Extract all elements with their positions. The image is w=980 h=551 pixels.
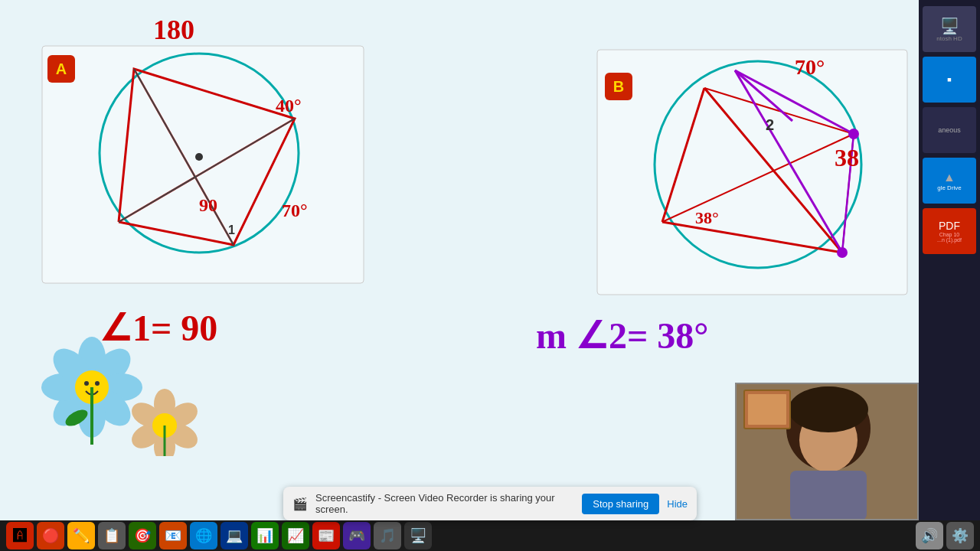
taskbar-icon-12[interactable]: 🎮: [343, 522, 371, 549]
svg-point-19: [848, 129, 859, 139]
svg-point-31: [95, 381, 100, 386]
annotation-70-right: 70°: [795, 55, 825, 80]
label-a: A: [47, 55, 75, 83]
taskbar-icon-10[interactable]: 📈: [282, 522, 309, 549]
svg-point-6: [195, 153, 203, 161]
taskbar-icon-13[interactable]: 🎵: [374, 522, 401, 549]
svg-rect-7: [597, 50, 907, 295]
taskbar-icon-5[interactable]: 🎯: [129, 522, 156, 549]
annotation-38-right: 38: [835, 144, 859, 172]
svg-point-45: [789, 386, 868, 432]
annotation-38-deg: 38°: [695, 208, 719, 228]
notification-bar: 🎬 Screencastify - Screen Video Recorder …: [283, 487, 697, 520]
label-b: B: [605, 73, 632, 100]
annotation-180: 180: [153, 14, 194, 46]
notification-icon: 🎬: [292, 497, 308, 511]
sidebar-monitor: 🖥️ ntosh HD: [923, 6, 976, 52]
taskbar-icon-15[interactable]: 🔊: [916, 522, 943, 549]
svg-line-10: [662, 88, 704, 222]
sidebar-misc: aneous: [923, 107, 976, 153]
taskbar-icon-3[interactable]: ✏️: [67, 522, 95, 549]
taskbar: 🅰 🔴 ✏️ 📋 🎯 📧 🌐 💻 📊 📈 📰 🎮 🎵 🖥️ 🔊 ⚙️: [0, 520, 980, 551]
annotation-90: 90: [199, 195, 217, 216]
sidebar-pdf: PDF Chap 10 ...n (1).pdf: [923, 208, 976, 254]
taskbar-icon-6[interactable]: 📧: [159, 522, 187, 549]
taskbar-icon-1[interactable]: 🅰: [6, 522, 34, 549]
svg-point-8: [655, 61, 861, 268]
svg-rect-46: [790, 471, 867, 520]
taskbar-icon-8[interactable]: 💻: [220, 522, 248, 549]
taskbar-icon-9[interactable]: 📊: [251, 522, 279, 549]
svg-rect-0: [42, 46, 364, 283]
annotation-2: 2: [766, 116, 774, 134]
svg-line-15: [735, 70, 854, 134]
taskbar-icon-2[interactable]: 🔴: [37, 522, 64, 549]
svg-line-9: [704, 88, 842, 253]
taskbar-icon-4[interactable]: 📋: [98, 522, 126, 549]
hide-button[interactable]: Hide: [667, 498, 688, 510]
stop-sharing-button[interactable]: Stop sharing: [582, 494, 659, 514]
annotation-40: 40°: [276, 96, 302, 116]
taskbar-icon-11[interactable]: 📰: [312, 522, 340, 549]
webcam-overlay: [735, 383, 919, 520]
taskbar-icon-14[interactable]: 🖥️: [404, 522, 432, 549]
svg-line-11: [662, 222, 842, 253]
sidebar-drive: ▲ gle Drive: [923, 158, 976, 204]
annotation-70-left: 70°: [282, 201, 308, 221]
webcam-person: [737, 384, 917, 519]
annotation-1: 1: [228, 223, 235, 237]
taskbar-icon-7[interactable]: 🌐: [190, 522, 217, 549]
svg-line-5: [134, 69, 234, 245]
svg-line-17: [735, 70, 792, 121]
notification-text: Screencastify - Screen Video Recorder is…: [315, 492, 574, 515]
sidebar-blue: ▪: [923, 57, 976, 103]
angle2-result: m ∠2= 38°: [536, 314, 709, 357]
svg-line-14: [662, 134, 854, 222]
flowers-decoration: [31, 326, 207, 459]
svg-rect-48: [748, 394, 786, 425]
svg-line-3: [134, 69, 234, 245]
svg-point-20: [837, 247, 848, 258]
svg-line-12: [704, 88, 854, 134]
taskbar-icon-16[interactable]: ⚙️: [946, 522, 974, 549]
svg-point-30: [84, 381, 89, 386]
svg-line-16: [735, 70, 842, 253]
svg-point-1: [100, 54, 299, 253]
right-sidebar: 🖥️ ntosh HD ▪ aneous ▲ gle Drive PDF Cha…: [919, 0, 980, 536]
